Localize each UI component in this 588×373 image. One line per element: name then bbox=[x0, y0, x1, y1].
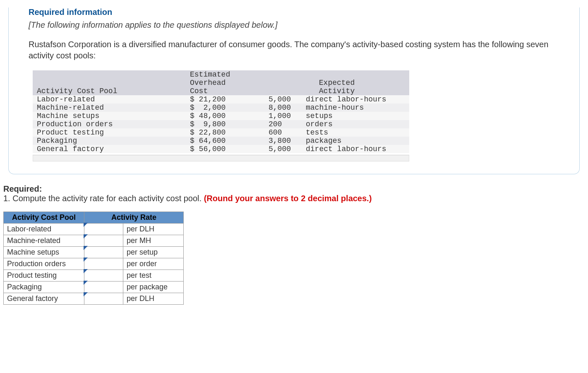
table-row: Machine setupsper setup bbox=[4, 247, 184, 258]
activity-rate-input[interactable] bbox=[84, 247, 123, 258]
overhead-cost: $ 56,000 bbox=[186, 145, 264, 153]
info-note: [The following information applies to th… bbox=[29, 20, 559, 30]
rate-unit: per DLH bbox=[123, 224, 183, 235]
activity-unit: machine-hours bbox=[302, 103, 409, 112]
answer-pool: Labor-related bbox=[4, 224, 84, 235]
activity-qty: 5,000 bbox=[264, 145, 302, 153]
answer-header-rate: Activity Rate bbox=[84, 212, 184, 224]
info-card: Required information [The following info… bbox=[8, 7, 580, 174]
table-row: Production orders$ 9,800200orders bbox=[33, 120, 409, 128]
rate-unit: per MH bbox=[123, 235, 183, 247]
pool-name: Product testing bbox=[33, 128, 186, 137]
activity-qty: 1,000 bbox=[264, 112, 302, 120]
cost-header-l1: Estimated bbox=[186, 70, 264, 79]
required-info-heading: Required information bbox=[29, 7, 559, 17]
table-row: Packaging$ 64,6003,800packages bbox=[33, 137, 409, 145]
required-label: Required: bbox=[3, 184, 585, 194]
pool-header: Activity Cost Pool bbox=[33, 87, 186, 95]
activity-rate-input[interactable] bbox=[84, 270, 123, 282]
cost-pool-data-block: Estimated Overhead Expected Activity Cos… bbox=[33, 70, 409, 161]
overhead-cost: $ 48,000 bbox=[186, 112, 264, 120]
overhead-cost: $ 9,800 bbox=[186, 120, 264, 128]
activity-unit: setups bbox=[302, 112, 409, 120]
activity-qty: 5,000 bbox=[264, 95, 302, 103]
horizontal-scrollbar[interactable] bbox=[33, 155, 409, 161]
activity-rate-input[interactable] bbox=[84, 258, 123, 270]
rate-unit: per test bbox=[123, 270, 183, 282]
answer-pool: Production orders bbox=[4, 258, 84, 270]
question-1-text: 1. Compute the activity rate for each ac… bbox=[3, 194, 204, 203]
answer-pool: Machine setups bbox=[4, 247, 84, 258]
question-1-instruction: (Round your answers to 2 decimal places.… bbox=[204, 194, 372, 203]
info-body: Rustafson Corporation is a diversified m… bbox=[29, 39, 559, 61]
activity-unit: packages bbox=[302, 137, 409, 145]
overhead-cost: $ 22,800 bbox=[186, 128, 264, 137]
answer-pool: Product testing bbox=[4, 270, 84, 282]
required-block: Required: 1. Compute the activity rate f… bbox=[0, 184, 588, 305]
rate-unit: per package bbox=[123, 282, 183, 293]
activity-header-l2: Activity bbox=[264, 87, 409, 95]
answer-pool: General factory bbox=[4, 293, 84, 305]
activity-qty: 200 bbox=[264, 120, 302, 128]
pool-name: Machine setups bbox=[33, 112, 186, 120]
question-1: 1. Compute the activity rate for each ac… bbox=[3, 194, 585, 203]
rate-unit: per DLH bbox=[123, 293, 183, 305]
cost-header-l3: Cost bbox=[186, 87, 264, 95]
table-row: Labor-related$ 21,2005,000direct labor-h… bbox=[33, 95, 409, 103]
overhead-cost: $ 21,200 bbox=[186, 95, 264, 103]
activity-unit: orders bbox=[302, 120, 409, 128]
table-row: Packagingper package bbox=[4, 282, 184, 293]
overhead-cost: $ 2,000 bbox=[186, 103, 264, 112]
overhead-cost: $ 64,600 bbox=[186, 137, 264, 145]
activity-rate-input[interactable] bbox=[84, 293, 123, 305]
rate-unit: per order bbox=[123, 258, 183, 270]
activity-rate-input[interactable] bbox=[84, 282, 123, 293]
pool-name: Machine-related bbox=[33, 103, 186, 112]
activity-rate-input[interactable] bbox=[84, 224, 123, 235]
activity-qty: 600 bbox=[264, 128, 302, 137]
activity-rate-input[interactable] bbox=[84, 235, 123, 247]
table-row: Product testingper test bbox=[4, 270, 184, 282]
activity-unit: tests bbox=[302, 128, 409, 137]
pool-name: Packaging bbox=[33, 137, 186, 145]
pool-name: General factory bbox=[33, 145, 186, 153]
activity-qty: 3,800 bbox=[264, 137, 302, 145]
table-row: General factory$ 56,0005,000direct labor… bbox=[33, 145, 409, 153]
answer-pool: Machine-related bbox=[4, 235, 84, 247]
table-row: Labor-relatedper DLH bbox=[4, 224, 184, 235]
cost-header-l2: Overhead bbox=[186, 79, 264, 87]
table-row: Product testing$ 22,800600tests bbox=[33, 128, 409, 137]
activity-rate-answer-table: Activity Cost Pool Activity Rate Labor-r… bbox=[3, 212, 184, 305]
activity-unit: direct labor-hours bbox=[302, 95, 409, 103]
table-row: Machine-relatedper MH bbox=[4, 235, 184, 247]
pool-name: Labor-related bbox=[33, 95, 186, 103]
rate-unit: per setup bbox=[123, 247, 183, 258]
table-row: Machine setups$ 48,0001,000setups bbox=[33, 112, 409, 120]
answer-header-pool: Activity Cost Pool bbox=[4, 212, 84, 224]
activity-header-l1: Expected bbox=[264, 79, 409, 87]
answer-pool: Packaging bbox=[4, 282, 84, 293]
table-row: Production ordersper order bbox=[4, 258, 184, 270]
table-row: Machine-related$ 2,0008,000machine-hours bbox=[33, 103, 409, 112]
activity-unit: direct labor-hours bbox=[302, 145, 409, 153]
table-row: General factoryper DLH bbox=[4, 293, 184, 305]
pool-name: Production orders bbox=[33, 120, 186, 128]
cost-pool-table: Estimated Overhead Expected Activity Cos… bbox=[33, 70, 409, 153]
activity-qty: 8,000 bbox=[264, 103, 302, 112]
